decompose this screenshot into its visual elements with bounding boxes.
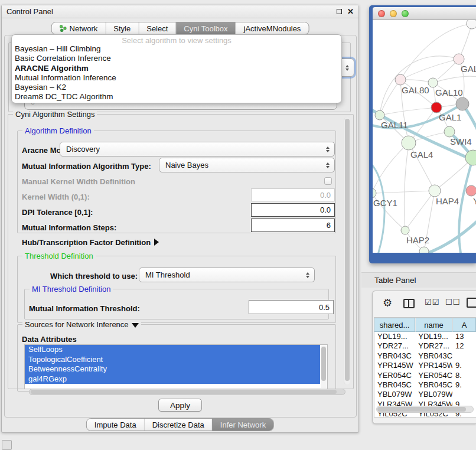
network-node-y[interactable] — [466, 185, 476, 196]
hub-definition-expander[interactable]: Hub/Transcription Factor Definition — [22, 238, 159, 247]
network-window-titlebar[interactable] — [373, 7, 476, 20]
mi-threshold-field[interactable]: 0.5 — [249, 300, 334, 314]
network-view-window: GALGAL80GAL10GAL1GAL11SWI4GAL4HAP4YGCY1H… — [369, 5, 476, 263]
dpi-tolerance-field[interactable]: 0.0 — [251, 203, 335, 217]
settings-gear-icon[interactable]: ⚙ — [383, 296, 392, 309]
network-node-gal80[interactable] — [395, 74, 406, 85]
network-icon — [60, 25, 67, 32]
tab-label: jActiveMNodules — [244, 24, 301, 33]
table-row[interactable]: YDL19...YDL19...13 — [374, 332, 476, 341]
combo-arrows-icon — [326, 146, 330, 152]
which-threshold-combo[interactable]: MI Threshold — [139, 268, 315, 282]
aracne-mode-combo[interactable]: Discovery — [60, 142, 335, 156]
network-node[interactable] — [456, 97, 469, 110]
apply-button[interactable]: Apply — [158, 399, 202, 412]
attributes-list-scrollbar[interactable] — [321, 345, 327, 388]
mi-threshold-value: 0.5 — [319, 303, 330, 312]
tab-select[interactable]: Select — [138, 22, 175, 34]
manual-kernel-checkbox[interactable] — [324, 177, 332, 185]
network-node[interactable] — [419, 247, 429, 253]
table-cell: YBR045C — [415, 380, 452, 390]
network-node[interactable] — [467, 20, 476, 29]
close-icon[interactable]: ✕ — [347, 8, 354, 15]
apply-button-label: Apply — [170, 401, 190, 410]
sources-title[interactable]: Sources for Network Inference — [22, 320, 141, 329]
tab-style[interactable]: Style — [105, 22, 138, 34]
algorithm-option[interactable]: ARACNE Algorithm — [12, 64, 341, 73]
network-edge-highlighted[interactable] — [459, 158, 473, 253]
network-edge[interactable] — [380, 108, 431, 115]
table-row[interactable]: YBR043CYBR043C — [374, 351, 476, 361]
network-edge[interactable] — [459, 24, 472, 59]
data-attribute-item[interactable]: SelfLoops — [25, 345, 320, 355]
data-attribute-item[interactable]: TopologicalCoefficient — [25, 355, 320, 365]
tab-jactivemnodules[interactable]: jActiveMNodules — [236, 22, 309, 34]
table-row[interactable]: YDR27...YDR27...12 — [374, 341, 476, 351]
zoom-traffic-light-icon[interactable] — [402, 10, 409, 17]
kernel-width-field[interactable]: 0.0 — [251, 188, 335, 201]
tab-cyni-toolbox[interactable]: Cyni Toolbox — [175, 22, 235, 34]
table-cell: 9. — [452, 361, 476, 370]
table-column-header[interactable]: name — [415, 318, 452, 332]
mi-steps-field[interactable]: 6 — [251, 219, 335, 232]
network-edge[interactable] — [404, 143, 409, 230]
mi-type-combo[interactable]: Naive Bayes — [159, 158, 335, 172]
network-edge[interactable] — [373, 143, 409, 193]
column-selector-icon[interactable] — [403, 299, 415, 308]
table-cell: YDR27... — [374, 341, 415, 351]
algorithm-option[interactable]: Bayesian – Hill Climbing — [12, 44, 341, 54]
table-horizontal-scrollbar[interactable] — [376, 406, 474, 413]
table-row[interactable]: YPR145WYPR145W9. — [374, 361, 476, 370]
network-node-hap2[interactable] — [401, 226, 409, 234]
data-attribute-item[interactable]: gal4RGexp — [25, 374, 320, 384]
collapsed-panel-stub[interactable] — [2, 440, 12, 450]
network-edge[interactable] — [405, 191, 435, 230]
table-cell — [452, 390, 476, 399]
function-builder-icon[interactable] — [467, 298, 476, 308]
settings-horizontal-scrollbar[interactable] — [29, 389, 345, 395]
network-node-gal1[interactable] — [431, 102, 442, 113]
table-cell: YBL079W — [374, 390, 415, 399]
network-node-gal10[interactable] — [428, 78, 438, 87]
deselect-all-icon[interactable]: ☐☐ — [445, 298, 460, 306]
float-window-icon[interactable] — [337, 9, 342, 14]
network-node-swi4[interactable] — [444, 126, 455, 137]
table-cell: YDR27... — [415, 341, 452, 351]
table-cell: YBR043C — [374, 351, 415, 361]
table-row[interactable]: YBR045CYBR045C9. — [374, 380, 476, 390]
algorithm-option[interactable]: Basic Correlation Inference — [12, 54, 341, 63]
network-node-gal4[interactable] — [402, 136, 416, 150]
network-edge[interactable] — [400, 59, 459, 80]
close-traffic-light-icon[interactable] — [378, 10, 385, 17]
network-node-gal11[interactable] — [375, 110, 384, 120]
algorithm-option[interactable]: Mutual Information Inference — [12, 73, 341, 83]
table-column-header[interactable]: A — [452, 318, 476, 332]
tab-impute-data[interactable]: Impute Data — [87, 419, 144, 431]
table-row[interactable]: YER054CYER054C8. — [374, 371, 476, 380]
manual-kernel-label: Manual Kernel Width Definition — [22, 177, 135, 186]
data-attribute-item[interactable]: BetweennessCentrality — [25, 364, 320, 374]
settings-vertical-scrollbar[interactable] — [344, 118, 350, 384]
tab-label: Discretize Data — [152, 420, 204, 429]
table-column-header[interactable]: shared... — [374, 318, 415, 332]
algorithm-option[interactable]: Dream8 DC_TDC Algorithm — [12, 92, 341, 102]
select-all-icon[interactable]: ☑☑ — [425, 298, 439, 306]
network-edge[interactable] — [433, 76, 476, 83]
control-panel-tabbar: NetworkStyleSelectCyni ToolboxjActiveMNo… — [51, 22, 309, 35]
tab-network[interactable]: Network — [52, 22, 106, 34]
network-node-label: GAL1 — [439, 112, 461, 122]
network-node-hap4[interactable] — [429, 185, 441, 197]
tab-label: Style — [113, 24, 131, 33]
minimize-traffic-light-icon[interactable] — [390, 10, 397, 17]
network-node-gcy1[interactable] — [373, 188, 376, 198]
network-node-gal[interactable] — [454, 54, 464, 64]
table-cell: 13 — [452, 332, 476, 341]
network-canvas[interactable]: GALGAL80GAL10GAL1GAL11SWI4GAL4HAP4YGCY1H… — [373, 20, 476, 253]
algorithm-option[interactable]: Bayesian – K2 — [12, 83, 341, 92]
tab-infer-network[interactable]: Infer Network — [212, 419, 273, 431]
table-row[interactable]: YBL079WYBL079W — [374, 390, 476, 399]
tab-discretize-data[interactable]: Discretize Data — [144, 419, 212, 431]
network-edge[interactable] — [376, 191, 435, 193]
which-threshold-label: Which threshold to use: — [50, 272, 138, 281]
table-panel-titlebar: Table Panel — [361, 272, 476, 288]
